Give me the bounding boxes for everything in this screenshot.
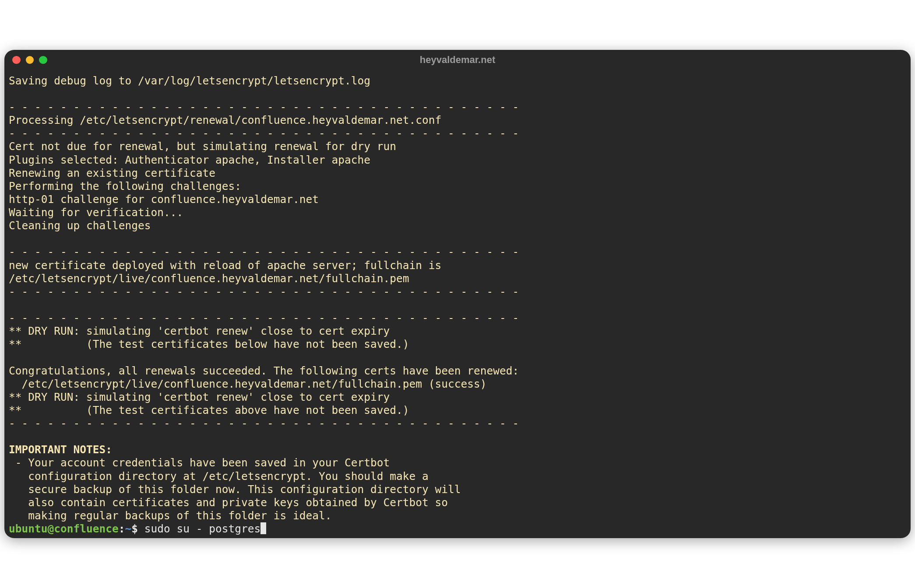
terminal-line: Renewing an existing certificate [9, 167, 906, 180]
terminal-line: - Your account credentials have been sav… [9, 456, 906, 469]
terminal-line: - - - - - - - - - - - - - - - - - - - - … [9, 101, 906, 114]
terminal-window: heyvaldemar.net Saving debug log to /var… [4, 50, 911, 538]
terminal-line: also contain certificates and private ke… [9, 496, 906, 509]
window-controls [12, 56, 47, 64]
terminal-line: /etc/letsencrypt/live/confluence.heyvald… [9, 378, 906, 391]
terminal-line: ** DRY RUN: simulating 'certbot renew' c… [9, 325, 906, 338]
terminal-line: ** (The test certificates above have not… [9, 404, 906, 417]
command-input[interactable]: sudo su - postgres [138, 522, 260, 535]
terminal-line: new certificate deployed with reload of … [9, 259, 906, 272]
terminal-line [9, 351, 906, 364]
terminal-line [9, 430, 906, 443]
terminal-line: http-01 challenge for confluence.heyvald… [9, 193, 906, 206]
terminal-line: Performing the following challenges: [9, 180, 906, 193]
cursor-icon [260, 522, 266, 534]
terminal-line: Cleaning up challenges [9, 219, 906, 232]
prompt-user-host: ubuntu@confluence [9, 522, 119, 535]
terminal-line: ** (The test certificates below have not… [9, 338, 906, 351]
terminal-line: Congratulations, all renewals succeeded.… [9, 364, 906, 378]
terminal-line: Waiting for verification... [9, 206, 906, 219]
terminal-line: secure backup of this folder now. This c… [9, 483, 906, 496]
terminal-line: making regular backups of this folder is… [9, 509, 906, 522]
terminal-line: configuration directory at /etc/letsencr… [9, 470, 906, 483]
close-icon[interactable] [12, 56, 21, 64]
terminal-line: ** DRY RUN: simulating 'certbot renew' c… [9, 391, 906, 404]
terminal-line: /etc/letsencrypt/live/confluence.heyvald… [9, 272, 906, 285]
terminal-line: - - - - - - - - - - - - - - - - - - - - … [9, 285, 906, 298]
terminal-line: Saving debug log to /var/log/letsencrypt… [9, 74, 906, 88]
terminal-line: - - - - - - - - - - - - - - - - - - - - … [9, 245, 906, 259]
terminal-line [9, 298, 906, 312]
terminal-body[interactable]: Saving debug log to /var/log/letsencrypt… [4, 70, 911, 536]
titlebar: heyvaldemar.net [4, 50, 911, 70]
minimize-icon[interactable] [26, 56, 34, 64]
terminal-line: Plugins selected: Authenticator apache, … [9, 154, 906, 167]
prompt-cwd: ~ [125, 522, 132, 535]
prompt-colon: : [119, 522, 125, 535]
terminal-line [9, 232, 906, 245]
window-title: heyvaldemar.net [4, 54, 911, 66]
maximize-icon[interactable] [39, 56, 47, 64]
terminal-line: Processing /etc/letsencrypt/renewal/conf… [9, 114, 906, 127]
prompt-line[interactable]: ubuntu@confluence:~$ sudo su - postgres [9, 522, 906, 536]
terminal-line: - - - - - - - - - - - - - - - - - - - - … [9, 417, 906, 430]
terminal-line: Cert not due for renewal, but simulating… [9, 140, 906, 153]
prompt-symbol: $ [131, 522, 138, 535]
terminal-line [9, 88, 906, 101]
terminal-line: IMPORTANT NOTES: [9, 443, 906, 456]
terminal-line: - - - - - - - - - - - - - - - - - - - - … [9, 127, 906, 140]
terminal-line: - - - - - - - - - - - - - - - - - - - - … [9, 312, 906, 325]
